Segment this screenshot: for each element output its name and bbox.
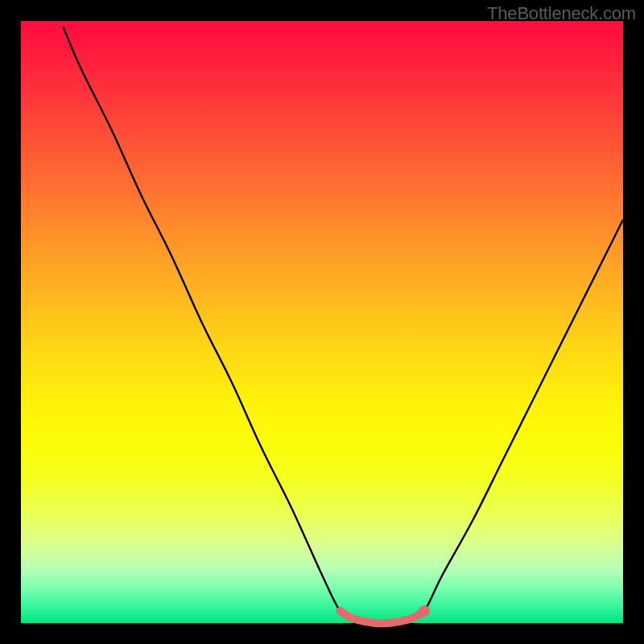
chart-frame: TheBottleneck.com [0,0,644,644]
bottleneck-curve [63,27,623,624]
watermark-text: TheBottleneck.com [487,3,636,24]
trough-end-dot [419,605,430,617]
trough-accent-segment [340,611,424,623]
chart-overlay [21,21,623,623]
